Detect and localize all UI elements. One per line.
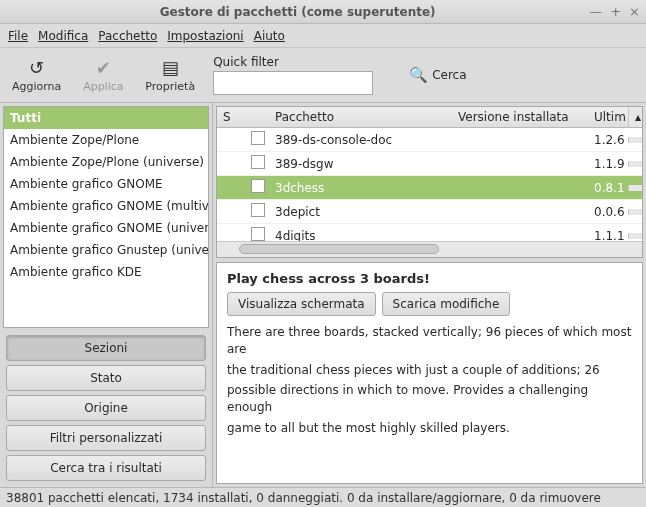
nav-filtri[interactable]: Filtri personalizzati <box>6 425 206 451</box>
package-name: 3dchess <box>269 178 452 198</box>
col-header-ult[interactable]: Ultim <box>588 107 628 127</box>
package-latest-version: 1.2.6 <box>588 130 628 150</box>
package-table: S Pacchetto Versione installata Ultim ▴ … <box>216 106 643 258</box>
section-list[interactable]: TuttiAmbiente Zope/PloneAmbiente Zope/Pl… <box>3 106 209 328</box>
col-header-mark[interactable] <box>245 107 269 127</box>
package-installed-version <box>452 209 588 215</box>
package-table-header: S Pacchetto Versione installata Ultim ▴ <box>217 107 642 128</box>
section-row[interactable]: Tutti <box>4 107 208 129</box>
package-name: 389-dsgw <box>269 154 452 174</box>
menu-aiuto[interactable]: Aiuto <box>254 29 285 43</box>
package-installed-version <box>452 233 588 239</box>
section-row[interactable]: Ambiente grafico GNOME (multiverse) <box>4 195 208 217</box>
menu-modifica[interactable]: Modifica <box>38 29 88 43</box>
main-content: TuttiAmbiente Zope/PloneAmbiente Zope/Pl… <box>0 103 646 487</box>
package-row[interactable]: 3dchess0.8.1 <box>217 176 642 200</box>
nav-buttons: Sezioni Stato Origine Filtri personalizz… <box>0 331 212 487</box>
package-latest-version: 0.8.1 <box>588 178 628 198</box>
quick-filter: Quick filter <box>213 55 373 95</box>
right-pane: S Pacchetto Versione installata Ultim ▴ … <box>213 103 646 487</box>
close-icon[interactable]: × <box>629 5 640 18</box>
window-title: Gestore di pacchetti (come superutente) <box>6 5 589 19</box>
scrollbar-thumb[interactable] <box>239 244 439 254</box>
col-header-version[interactable]: Versione installata <box>452 107 588 127</box>
properties-button[interactable]: ▤ Proprietà <box>145 58 195 93</box>
detail-pane: Play chess across 3 boards! Visualizza s… <box>216 262 643 484</box>
search-button[interactable]: 🔍 Cerca <box>409 66 466 84</box>
apply-icon: ✔ <box>96 58 111 78</box>
package-installed-version <box>452 137 588 143</box>
detail-line: There are three boards, stacked vertical… <box>227 324 632 358</box>
search-icon: 🔍 <box>409 66 428 84</box>
menu-file[interactable]: File <box>8 29 28 43</box>
package-installed-version <box>452 161 588 167</box>
quick-filter-label: Quick filter <box>213 55 373 69</box>
detail-line: game to all but the most highly skilled … <box>227 420 632 437</box>
menu-impostazioni[interactable]: Impostazioni <box>167 29 243 43</box>
changelog-button[interactable]: Scarica modifiche <box>382 292 511 316</box>
package-row[interactable]: 3depict0.0.6 <box>217 200 642 224</box>
package-row[interactable]: 389-dsgw1.1.9 <box>217 152 642 176</box>
package-name: 4digits <box>269 226 452 242</box>
apply-button[interactable]: ✔ Applica <box>79 58 127 93</box>
vscroll-arrow-icon[interactable]: ▴ <box>628 107 642 127</box>
package-latest-version: 0.0.6 <box>588 202 628 222</box>
package-checkbox[interactable] <box>251 203 265 217</box>
package-checkbox[interactable] <box>251 179 265 193</box>
nav-origine[interactable]: Origine <box>6 395 206 421</box>
col-header-s[interactable]: S <box>217 107 245 127</box>
package-row[interactable]: 389-ds-console-doc1.2.6 <box>217 128 642 152</box>
nav-cerca-risultati[interactable]: Cerca tra i risultati <box>6 455 206 481</box>
package-checkbox[interactable] <box>251 155 265 169</box>
left-pane: TuttiAmbiente Zope/PloneAmbiente Zope/Pl… <box>0 103 213 487</box>
section-row[interactable]: Ambiente grafico KDE <box>4 261 208 283</box>
screenshot-button[interactable]: Visualizza schermata <box>227 292 376 316</box>
package-name: 389-ds-console-doc <box>269 130 452 150</box>
detail-line: the traditional chess pieces with just a… <box>227 362 632 379</box>
package-latest-version: 1.1.9 <box>588 154 628 174</box>
refresh-button[interactable]: ↺ Aggiorna <box>12 58 61 93</box>
package-latest-version: 1.1.1 <box>588 226 628 242</box>
section-row[interactable]: Ambiente grafico GNOME <box>4 173 208 195</box>
package-checkbox[interactable] <box>251 227 265 241</box>
detail-line: possible directions in which to move. Pr… <box>227 382 632 416</box>
refresh-icon: ↺ <box>29 58 44 78</box>
section-row[interactable]: Ambiente Zope/Plone (universe) <box>4 151 208 173</box>
menu-pacchetto[interactable]: Pacchetto <box>98 29 157 43</box>
detail-description: There are three boards, stacked vertical… <box>227 324 632 437</box>
toolbar: ↺ Aggiorna ✔ Applica ▤ Proprietà Quick f… <box>0 48 646 103</box>
col-header-name[interactable]: Pacchetto <box>269 107 452 127</box>
nav-sezioni[interactable]: Sezioni <box>6 335 206 361</box>
properties-icon: ▤ <box>162 58 179 78</box>
menubar: File Modifica Pacchetto Impostazioni Aiu… <box>0 24 646 48</box>
titlebar: Gestore di pacchetti (come superutente) … <box>0 0 646 24</box>
package-row[interactable]: 4digits1.1.1 <box>217 224 642 241</box>
section-row[interactable]: Ambiente Zope/Plone <box>4 129 208 151</box>
section-row[interactable]: Ambiente grafico Gnustep (universe) <box>4 239 208 261</box>
quick-filter-input[interactable] <box>213 71 373 95</box>
nav-stato[interactable]: Stato <box>6 365 206 391</box>
statusbar: 38801 pacchetti elencati, 1734 installat… <box>0 487 646 507</box>
minimize-icon[interactable]: — <box>589 5 602 18</box>
package-installed-version <box>452 185 588 191</box>
maximize-icon[interactable]: + <box>610 5 621 18</box>
statusbar-text: 38801 pacchetti elencati, 1734 installat… <box>6 491 601 505</box>
package-table-body: 389-ds-console-doc1.2.6389-dsgw1.1.93dch… <box>217 128 642 241</box>
section-row[interactable]: Ambiente grafico GNOME (universe) <box>4 217 208 239</box>
horizontal-scrollbar[interactable] <box>217 241 642 257</box>
detail-title: Play chess across 3 boards! <box>227 271 632 286</box>
package-checkbox[interactable] <box>251 131 265 145</box>
package-name: 3depict <box>269 202 452 222</box>
